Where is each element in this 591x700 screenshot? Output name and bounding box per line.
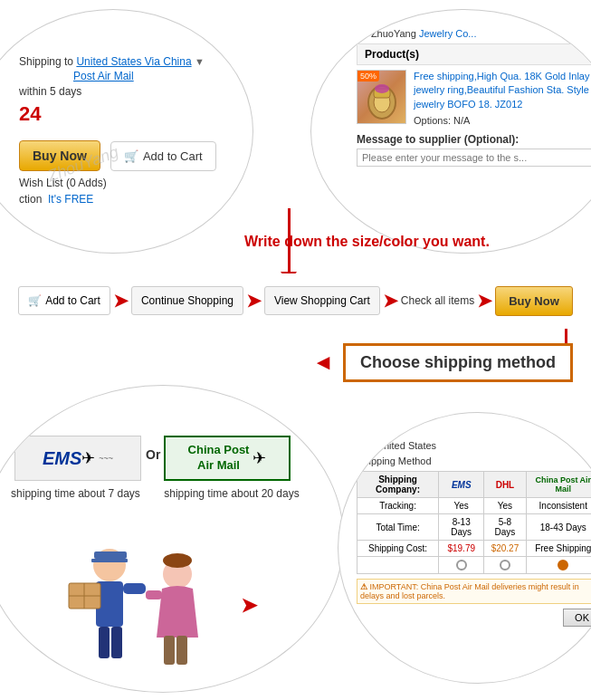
cart-step-icon: 🛒 bbox=[28, 294, 42, 307]
ok-button[interactable]: OK bbox=[563, 609, 591, 627]
svg-rect-19 bbox=[176, 636, 187, 665]
arrow-4: ➤ bbox=[477, 290, 492, 312]
dhl-time: 5-8 Days bbox=[484, 514, 526, 541]
add-to-cart-button-left[interactable]: 🛒 Add to Cart bbox=[110, 141, 216, 171]
china-post-radio[interactable] bbox=[558, 560, 568, 571]
shipping-to-text: Shipping to United States Via China ▼ bbox=[19, 55, 253, 68]
ems-header: EMS bbox=[439, 472, 484, 498]
or-text: Or bbox=[146, 447, 160, 462]
china-cost: Free Shipping bbox=[526, 541, 591, 557]
time-label: Total Time: bbox=[357, 514, 439, 541]
china-radio-cell[interactable] bbox=[526, 557, 591, 574]
tracking-row: Tracking: Yes Yes Inconsistent bbox=[357, 498, 592, 514]
bottom-section: EMS ✈ ~~~ Or China PostAir Mail ✈ shippi… bbox=[0, 385, 591, 700]
arrow-1: ➤ bbox=[113, 290, 129, 312]
ems-cost: $19.79 bbox=[439, 541, 484, 557]
cost-row: Shipping Cost: $19.79 $20.27 Free Shippi… bbox=[357, 541, 592, 557]
china-post-shipping-time: shipping time about 20 days bbox=[159, 487, 304, 500]
product-options: Options: N/A bbox=[414, 115, 591, 126]
dhl-radio[interactable] bbox=[500, 560, 510, 571]
add-to-cart-step-button[interactable]: 🛒 Add to Cart bbox=[18, 286, 110, 315]
arrow-left-shipping: ◄ bbox=[312, 350, 334, 375]
check-items-text: Check all items bbox=[401, 294, 474, 307]
product-description: Free shipping,High Qua. 18K Gold Inlay j… bbox=[414, 70, 591, 111]
seller-name: Jewelry Co... bbox=[419, 28, 477, 39]
cost-label: Shipping Cost: bbox=[357, 541, 439, 557]
method-link[interactable]: Post Air Mail bbox=[73, 70, 253, 82]
product-thumbnail: 50% bbox=[357, 70, 406, 124]
svg-point-16 bbox=[163, 553, 192, 568]
china-post-plane-icon: ✈ bbox=[253, 448, 266, 468]
right-circle: er: ZhuoYang Jewelry Co... Product(s) 50… bbox=[310, 9, 591, 254]
svg-point-3 bbox=[375, 84, 389, 93]
view-cart-button[interactable]: View Shopping Cart bbox=[264, 286, 380, 315]
time-row: Total Time: 8-13 Days 5-8 Days 18-43 Day… bbox=[357, 514, 592, 541]
cart-icon-left: 🛒 bbox=[124, 149, 138, 163]
svg-rect-10 bbox=[99, 627, 110, 658]
seller-line: er: ZhuoYang Jewelry Co... bbox=[357, 28, 591, 39]
svg-rect-6 bbox=[91, 559, 128, 562]
ems-time: 8-13 Days bbox=[439, 514, 484, 541]
svg-rect-9 bbox=[123, 583, 146, 594]
write-down-text: Write down the size/color you want. bbox=[244, 234, 490, 250]
message-label: Message to supplier (Optional): bbox=[357, 133, 591, 146]
protection-text: ction It's FREE bbox=[19, 193, 253, 206]
top-section: Shipping to United States Via China ▼ Po… bbox=[0, 0, 591, 263]
dhl-header: DHL bbox=[484, 472, 526, 498]
product-header: Product(s) bbox=[357, 43, 591, 65]
connect-arrow-line bbox=[288, 208, 291, 276]
svg-rect-17 bbox=[146, 590, 162, 599]
important-note: ⚠ IMPORTANT: China Post Air Mail deliver… bbox=[357, 579, 591, 604]
steps-section: 🛒 Add to Cart ➤ Continue Shopping ➤ View… bbox=[0, 273, 591, 328]
ems-logo: EMS ✈ ~~~ bbox=[14, 436, 141, 481]
product-badge: 50% bbox=[357, 71, 379, 82]
message-input[interactable] bbox=[357, 149, 591, 167]
location-row: United States bbox=[357, 440, 591, 451]
china-post-header: China Post Air Mail bbox=[526, 472, 591, 498]
radio-label-cell bbox=[357, 557, 439, 574]
dhl-cost: $20.27 bbox=[484, 541, 526, 557]
delivery-person-svg bbox=[37, 529, 218, 674]
company-header: Shipping Company: bbox=[357, 472, 439, 498]
svg-rect-11 bbox=[111, 627, 122, 658]
price-text: 24 bbox=[19, 102, 253, 126]
svg-rect-5 bbox=[94, 551, 127, 559]
choose-shipping-box: Choose shipping method bbox=[343, 343, 573, 382]
product-item: 50% Free shipping,High Qua. 18K Gold Inl… bbox=[357, 70, 591, 126]
arrow-3: ➤ bbox=[383, 290, 398, 312]
china-post-text: China PostAir Mail bbox=[188, 443, 250, 474]
svg-rect-18 bbox=[164, 636, 175, 665]
dhl-radio-cell[interactable] bbox=[484, 557, 526, 574]
radio-row bbox=[357, 557, 592, 574]
ems-plane-icon: ✈ bbox=[81, 448, 95, 468]
shipping-method-row: Shipping Method bbox=[357, 455, 591, 466]
ems-shipping-time: shipping time about 7 days bbox=[5, 487, 146, 500]
bottom-left-circle: EMS ✈ ~~~ Or China PostAir Mail ✈ shippi… bbox=[0, 385, 344, 693]
us-flag-icon bbox=[357, 442, 371, 451]
ems-radio-cell[interactable] bbox=[439, 557, 484, 574]
bottom-right-circle: United States Shipping Method Shipping C… bbox=[338, 412, 591, 684]
buy-now-step-button[interactable]: Buy Now bbox=[495, 286, 573, 316]
shipping-table-container: United States Shipping Method Shipping C… bbox=[357, 440, 591, 627]
continue-shopping-button[interactable]: Continue Shopping bbox=[131, 286, 243, 315]
china-post-logo: China PostAir Mail ✈ bbox=[164, 436, 291, 481]
ems-radio[interactable] bbox=[456, 560, 467, 571]
shipping-choice-section: ◄ Choose shipping method bbox=[0, 340, 591, 385]
ems-text: EMS bbox=[43, 448, 81, 469]
ems-tracking: Yes bbox=[439, 498, 484, 514]
country-link[interactable]: United States Via China bbox=[76, 55, 191, 68]
delivery-person-illustration bbox=[37, 529, 200, 674]
dhl-tracking: Yes bbox=[484, 498, 526, 514]
arrow-2: ➤ bbox=[246, 290, 262, 312]
within-days-text: within 5 days bbox=[19, 85, 253, 98]
arrow-to-table: ➤ bbox=[241, 594, 257, 618]
china-tracking: Inconsistent bbox=[526, 498, 591, 514]
left-circle: Shipping to United States Via China ▼ Po… bbox=[0, 9, 253, 254]
shipping-comparison-table: Shipping Company: EMS DHL China Post Air… bbox=[357, 471, 591, 574]
tracking-label: Tracking: bbox=[357, 498, 439, 514]
china-time: 18-43 Days bbox=[526, 514, 591, 541]
important-icon: ⚠ bbox=[360, 582, 367, 591]
